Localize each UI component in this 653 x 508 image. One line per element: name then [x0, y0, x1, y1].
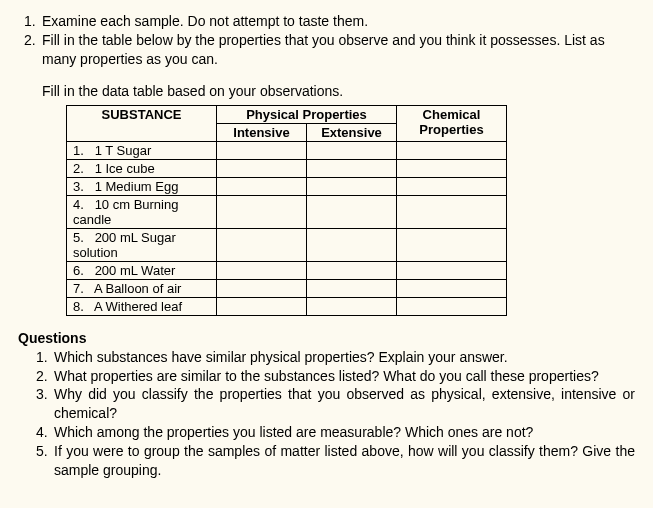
instruction-item: 1. Examine each sample. Do not attempt t… — [18, 12, 635, 31]
chemical-cell — [397, 159, 507, 177]
extensive-cell — [307, 279, 397, 297]
table-row: 1. 1 T Sugar — [67, 141, 507, 159]
properties-table: SUBSTANCE Physical Properties Chemical P… — [66, 105, 507, 316]
substance-cell: 7. A Balloon of air — [67, 279, 217, 297]
extensive-cell — [307, 177, 397, 195]
instructions-list: 1. Examine each sample. Do not attempt t… — [18, 12, 635, 69]
question-item: 5. If you were to group the samples of m… — [18, 442, 635, 480]
intensive-cell — [217, 141, 307, 159]
chemical-cell — [397, 195, 507, 228]
question-number: 1. — [36, 348, 48, 367]
item-number: 1. — [24, 12, 36, 31]
question-text: Which among the properties you listed ar… — [54, 424, 533, 440]
question-number: 2. — [36, 367, 48, 386]
header-intensive: Intensive — [217, 123, 307, 141]
item-text: Fill in the table below by the propertie… — [42, 32, 605, 67]
table-row: 5. 200 mL Sugar solution — [67, 228, 507, 261]
chemical-cell — [397, 279, 507, 297]
chemical-cell — [397, 261, 507, 279]
chemical-cell — [397, 297, 507, 315]
question-text: Which substances have similar physical p… — [54, 349, 508, 365]
question-number: 5. — [36, 442, 48, 461]
question-number: 4. — [36, 423, 48, 442]
question-text: If you were to group the samples of matt… — [54, 443, 635, 478]
table-row: 6. 200 mL Water — [67, 261, 507, 279]
header-extensive: Extensive — [307, 123, 397, 141]
extensive-cell — [307, 261, 397, 279]
question-text: What properties are similar to the subst… — [54, 368, 599, 384]
substance-cell: 3. 1 Medium Egg — [67, 177, 217, 195]
extensive-cell — [307, 195, 397, 228]
extensive-cell — [307, 297, 397, 315]
intensive-cell — [217, 279, 307, 297]
substance-cell: 4. 10 cm Burning candle — [67, 195, 217, 228]
table-row: 4. 10 cm Burning candle — [67, 195, 507, 228]
header-physical: Physical Properties — [217, 105, 397, 123]
fill-instruction: Fill in the data table based on your obs… — [42, 83, 635, 99]
chemical-cell — [397, 177, 507, 195]
substance-cell: 8. A Withered leaf — [67, 297, 217, 315]
chemical-cell — [397, 228, 507, 261]
substance-cell: 2. 1 Ice cube — [67, 159, 217, 177]
item-number: 2. — [24, 31, 36, 50]
table-row: 3. 1 Medium Egg — [67, 177, 507, 195]
instruction-item: 2. Fill in the table below by the proper… — [18, 31, 635, 69]
question-number: 3. — [36, 385, 48, 404]
extensive-cell — [307, 159, 397, 177]
intensive-cell — [217, 228, 307, 261]
questions-list: 1. Which substances have similar physica… — [18, 348, 635, 480]
question-text: Why did you classify the properties that… — [54, 386, 635, 421]
intensive-cell — [217, 177, 307, 195]
substance-cell: 1. 1 T Sugar — [67, 141, 217, 159]
header-chemical: Chemical Properties — [397, 105, 507, 141]
header-substance: SUBSTANCE — [67, 105, 217, 141]
intensive-cell — [217, 297, 307, 315]
table-body: 1. 1 T Sugar 2. 1 Ice cube 3. 1 Medium E… — [67, 141, 507, 315]
intensive-cell — [217, 159, 307, 177]
question-item: 1. Which substances have similar physica… — [18, 348, 635, 367]
table-row: 7. A Balloon of air — [67, 279, 507, 297]
substance-cell: 6. 200 mL Water — [67, 261, 217, 279]
question-item: 4. Which among the properties you listed… — [18, 423, 635, 442]
table-row: 2. 1 Ice cube — [67, 159, 507, 177]
question-item: 3. Why did you classify the properties t… — [18, 385, 635, 423]
questions-heading: Questions — [18, 330, 635, 346]
substance-cell: 5. 200 mL Sugar solution — [67, 228, 217, 261]
question-item: 2. What properties are similar to the su… — [18, 367, 635, 386]
intensive-cell — [217, 195, 307, 228]
extensive-cell — [307, 228, 397, 261]
intensive-cell — [217, 261, 307, 279]
table-row: 8. A Withered leaf — [67, 297, 507, 315]
chemical-cell — [397, 141, 507, 159]
extensive-cell — [307, 141, 397, 159]
item-text: Examine each sample. Do not attempt to t… — [42, 13, 368, 29]
